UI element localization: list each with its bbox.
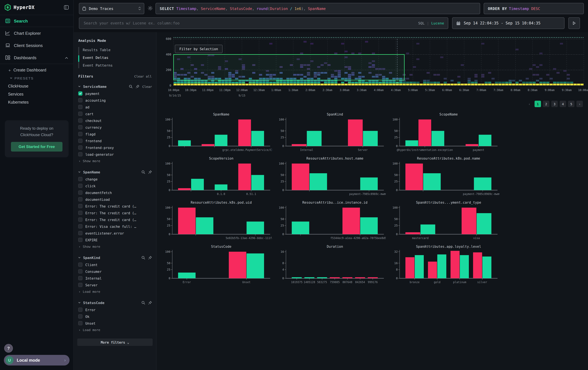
filter-option-accounting[interactable]: accounting	[74, 97, 156, 104]
checkbox[interactable]	[78, 211, 83, 215]
event-heatmap[interactable]: 020040060010:00pm10:30pm11:00pm11:30pm12…	[157, 32, 588, 100]
analysis-mode-event-patterns[interactable]: Event Patterns	[78, 61, 156, 69]
filter-group-name[interactable]: SpanName	[83, 170, 100, 174]
pagination-page-2[interactable]: 2	[543, 101, 549, 107]
search-input[interactable]	[83, 20, 418, 26]
filter-option-unset[interactable]: Unset	[74, 320, 156, 327]
checkbox[interactable]	[78, 262, 83, 267]
filter-option-currency[interactable]: currency	[74, 124, 156, 131]
filter-option-server[interactable]: Server	[74, 281, 156, 288]
filter-option-ok[interactable]: Ok	[74, 313, 156, 320]
checkbox[interactable]	[78, 308, 83, 312]
search-icon[interactable]	[141, 256, 145, 260]
filter-group-name[interactable]: ServiceName	[83, 84, 106, 89]
local-mode-button[interactable]: U Local mode ›	[4, 355, 70, 366]
sidebar-item-client-sessions[interactable]: Client Sessions	[0, 39, 74, 51]
delta-chart-resourceattributes-k8s-pod-name[interactable]: ResourceAttributes.k8s.pod.name02550100p…	[390, 155, 499, 199]
delta-chart-statuscode[interactable]: StatusCode02550100ErrorUnset	[163, 244, 272, 287]
checkbox[interactable]	[78, 112, 83, 116]
checkbox[interactable]	[78, 269, 83, 273]
sql-mode-button[interactable]: SQL	[418, 21, 425, 25]
checkbox[interactable]	[78, 283, 83, 287]
pin-icon[interactable]	[136, 85, 139, 89]
checkbox[interactable]	[78, 218, 83, 222]
pin-icon[interactable]	[148, 170, 152, 174]
sidebar-item-chart-explorer[interactable]: Chart Explorer	[0, 27, 74, 39]
filter-option-error[interactable]: Error	[74, 306, 156, 313]
checkbox[interactable]	[78, 132, 83, 136]
checkbox[interactable]	[78, 231, 83, 235]
pagination-prev-button[interactable]: ‹	[526, 101, 533, 107]
delta-chart-spankind[interactable]: SpanKind02550100InternalServer	[276, 111, 386, 154]
filter-option-error-the-credit-card-[interactable]: Error: The credit card (…	[74, 216, 156, 223]
delta-chart-resourceattributes-host-name[interactable]: ResourceAttributes.host.name02550100paym…	[276, 155, 386, 199]
delta-chart-scopeversion[interactable]: ScopeVersion025501000.1.00.51.1	[163, 155, 272, 199]
checkbox[interactable]	[78, 197, 83, 201]
filter-group-name[interactable]: SpanKind	[83, 256, 100, 260]
get-started-button[interactable]: Get Started for Free	[11, 142, 63, 151]
filter-group-clear-button[interactable]: Clear	[142, 85, 152, 88]
load-more-button[interactable]: ›Load more	[74, 288, 156, 295]
pagination-page-1[interactable]: 1	[535, 101, 541, 107]
checkbox[interactable]	[78, 238, 83, 242]
filter-option-payment[interactable]: payment	[74, 90, 156, 97]
filter-option-client[interactable]: Client	[74, 261, 156, 268]
show-more-button[interactable]: ›Show more	[74, 158, 156, 164]
filter-option-click[interactable]: click	[74, 182, 156, 189]
delta-chart-spanattributes-app-loyalty-level[interactable]: SpanAttributes.app.loyalty.level081632br…	[390, 244, 499, 287]
filter-by-selection-button[interactable]: Filter by Selection	[175, 45, 222, 53]
run-query-button[interactable]	[568, 17, 580, 29]
sidebar-item-dashboards[interactable]: Dashboards	[0, 51, 74, 64]
presets-toggle[interactable]: PRESETS	[0, 74, 74, 82]
load-more-button[interactable]: ›Load more	[74, 327, 156, 333]
pagination-next-button[interactable]: ›	[577, 101, 583, 107]
checkbox[interactable]	[78, 98, 83, 102]
filter-option-internal[interactable]: Internal	[74, 275, 156, 281]
filter-option-error-the-credit-card-[interactable]: Error: The credit card (…	[74, 210, 156, 216]
create-dashboard-button[interactable]: + Create Dashboard	[0, 66, 74, 74]
delta-chart-spanattributes-yment-card-type[interactable]: SpanAttributes...yment.card_type02550100…	[390, 200, 499, 243]
sidebar-preset-services[interactable]: Services	[0, 90, 74, 98]
pin-icon[interactable]	[148, 256, 152, 260]
delta-chart-resourceattributes-k8s-pod-uid[interactable]: ResourceAttributes.k8s.pod.uid025501005e…	[163, 200, 272, 243]
more-filters-button[interactable]: More filters ⌄	[77, 339, 153, 346]
checkbox[interactable]	[78, 276, 83, 280]
clear-all-filters-button[interactable]: Clear all	[134, 75, 152, 78]
analysis-mode-event-deltas[interactable]: Event Deltas	[78, 54, 156, 61]
search-icon[interactable]	[141, 301, 145, 305]
checkbox[interactable]	[78, 145, 83, 150]
filter-option-change[interactable]: change	[74, 176, 156, 182]
gear-icon[interactable]	[147, 5, 153, 12]
sidebar-item-search[interactable]: Search	[0, 15, 74, 27]
filter-option-consumer[interactable]: Consumer	[74, 268, 156, 275]
show-more-button[interactable]: ›Show more	[74, 243, 156, 250]
filter-option-frontend[interactable]: frontend	[74, 137, 156, 144]
checkbox[interactable]	[78, 204, 83, 208]
filter-option-ad[interactable]: ad	[74, 104, 156, 110]
checkbox[interactable]	[78, 139, 83, 143]
filter-option-frontend-proxy[interactable]: frontend-proxy	[74, 144, 156, 151]
time-range-picker[interactable]: Sep 14 22:04:35 - Sep 15 10:04:35	[452, 17, 565, 29]
lucene-mode-button[interactable]: Lucene	[431, 21, 444, 25]
checkbox[interactable]	[78, 224, 83, 229]
sidebar-collapse-icon[interactable]	[64, 5, 69, 10]
filter-option-error-visa-cache-full-[interactable]: Error: Visa cache full: …	[74, 223, 156, 230]
checkbox[interactable]	[78, 118, 83, 123]
filter-option-documentload[interactable]: documentLoad	[74, 196, 156, 203]
checkbox[interactable]	[78, 177, 83, 181]
analysis-mode-results-table[interactable]: Results Table	[78, 46, 156, 54]
filter-group-name[interactable]: StatusCode	[83, 301, 104, 305]
filter-option-flagd[interactable]: flagd	[74, 131, 156, 137]
delta-chart-duration[interactable]: Duration04816101937514051285832757590858…	[276, 244, 386, 287]
checkbox[interactable]	[78, 184, 83, 188]
filter-option-documentfetch[interactable]: documentFetch	[74, 189, 156, 196]
sidebar-preset-clickhouse[interactable]: ClickHouse	[0, 82, 74, 90]
sidebar-preset-kubernetes[interactable]: Kubernetes	[0, 98, 74, 106]
checkbox[interactable]	[78, 190, 83, 195]
checkbox[interactable]	[78, 152, 83, 156]
filter-option-load-generator[interactable]: load-generator	[74, 151, 156, 158]
filter-option-checkout[interactable]: checkout	[74, 117, 156, 124]
filter-option-error-the-credit-card-[interactable]: Error: The credit card (…	[74, 203, 156, 210]
search-icon[interactable]	[129, 85, 133, 89]
filter-option-eventlistener-error[interactable]: eventListener.error	[74, 230, 156, 237]
